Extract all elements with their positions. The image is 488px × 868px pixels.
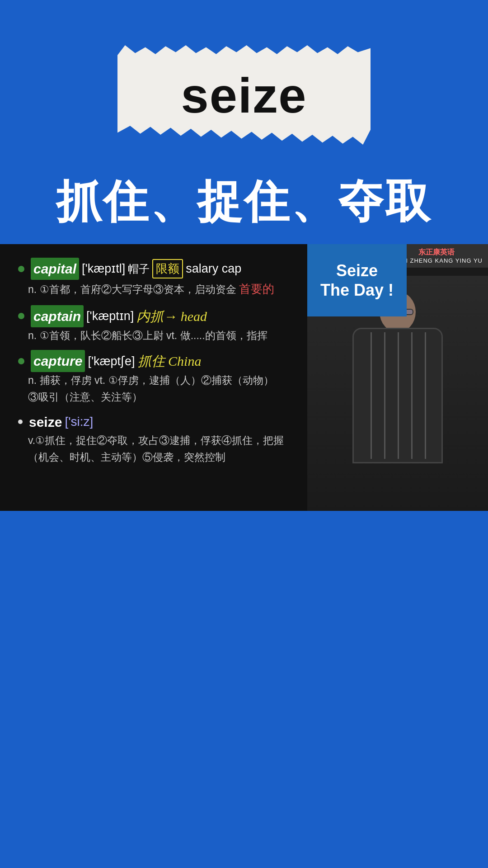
bullet-seize <box>18 420 23 424</box>
def-capture1: n. 捕获，俘虏 vt. ①俘虏，逮捕（人）②捕获（动物） <box>28 372 294 389</box>
word-capture: capture <box>31 350 85 372</box>
handwriting-captain: 内抓→ head <box>136 306 207 326</box>
torn-paper-label: seize <box>117 45 371 145</box>
chinese-translation: 抓住、捉住、夺取 <box>56 172 432 233</box>
handwriting-capture: 抓住 China <box>138 351 202 371</box>
chinese-capital: 帽子 <box>128 261 150 277</box>
phonetic-capture: ['kæptʃe] <box>88 352 135 371</box>
video-panel: capital ['kæpɪtl] 帽子 限额 salary cap n. ①首… <box>0 244 488 511</box>
entry-capture: capture ['kæptʃe] 抓住 China n. 捕获，俘虏 vt. … <box>18 350 294 406</box>
adj-capital: 首要的 <box>239 282 274 296</box>
seize-banner: Seize The Day ! <box>307 244 407 316</box>
def-captain: n. ①首领，队长②船长③上尉 vt. 做.....的首领，指挥 <box>28 327 294 344</box>
def-capital: n. ①首都，首府②大写字母③资本，启动资金 首要的 <box>28 280 294 299</box>
entry-capital: capital ['kæpɪtl] 帽子 限额 salary cap n. ①首… <box>18 258 294 299</box>
bottom-area <box>0 511 488 868</box>
def-seize: v.①抓住，捉住②夺取，攻占③逮捕，俘获④抓住，把握（机会、时机、主动等）⑤侵袭… <box>28 432 294 466</box>
main-word: seize <box>181 66 307 124</box>
bullet-capture <box>18 358 24 364</box>
entry-seize: seize ['si:z] v.①抓住，捉住②夺取，攻占③逮捕，俘获④抓住，把握… <box>18 412 294 466</box>
entry-captain: captain ['kæptɪn] 内抓→ head n. ①首领，队长②船长③… <box>18 305 294 344</box>
right-panel: Seize The Day ! 东正康英语 ZHEN ZHENG KANG YI… <box>307 244 488 511</box>
seize-banner-text: Seize The Day ! <box>320 261 394 300</box>
phonetic-captain: ['kæptɪn] <box>86 307 134 326</box>
bullet-captain <box>18 313 24 319</box>
phonetic-capital: ['kæpɪtl] <box>82 259 125 278</box>
english-capital: salary cap <box>186 259 241 278</box>
word-seize: seize <box>29 412 62 432</box>
phonetic-seize: ['si:z] <box>65 412 93 431</box>
word-capital: capital <box>31 258 79 280</box>
word-captain: captain <box>31 305 84 327</box>
def-capture2: ③吸引（注意、关注等） <box>28 389 294 406</box>
highlight-capital: 限额 <box>152 259 183 278</box>
bullet-capital <box>18 266 24 272</box>
blackboard: capital ['kæpɪtl] 帽子 限额 salary cap n. ①首… <box>0 244 307 511</box>
